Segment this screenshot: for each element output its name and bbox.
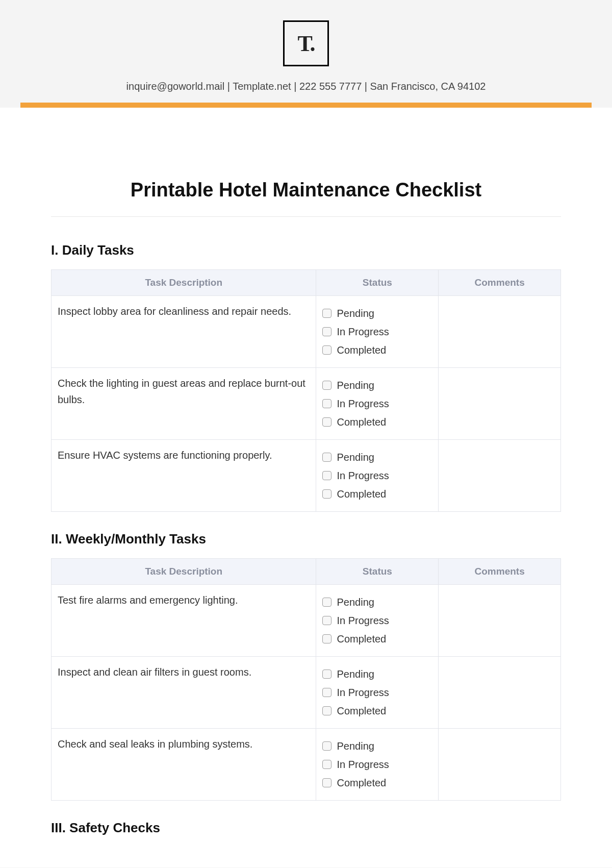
status-label: Completed [337,631,386,647]
column-header-status: Status [316,559,439,585]
checkbox-icon[interactable] [322,778,332,787]
status-label: Pending [337,738,374,754]
section-heading: I. Daily Tasks [51,242,561,258]
task-status-cell: PendingIn ProgressCompleted [316,585,439,657]
status-label: In Progress [337,756,389,773]
task-status-cell: PendingIn ProgressCompleted [316,440,439,512]
checkbox-icon[interactable] [322,309,332,318]
column-header-description: Task Description [52,559,316,585]
task-comments[interactable] [439,657,561,729]
checkbox-icon[interactable] [322,706,332,715]
document-title: Printable Hotel Maintenance Checklist [51,179,561,201]
status-label: In Progress [337,612,389,629]
status-option: Pending [322,449,432,465]
task-comments[interactable] [439,368,561,440]
section-heading: III. Safety Checks [51,820,561,836]
checkbox-icon[interactable] [322,688,332,697]
logo-container: T. [20,20,592,66]
task-comments[interactable] [439,729,561,801]
checkbox-icon[interactable] [322,471,332,480]
status-label: Pending [337,666,374,682]
status-option: Pending [322,666,432,682]
checkbox-icon[interactable] [322,616,332,625]
task-comments[interactable] [439,585,561,657]
checkbox-icon[interactable] [322,399,332,408]
status-option: In Progress [322,324,432,340]
checkbox-icon[interactable] [322,381,332,390]
table-row: Check and seal leaks in plumbing systems… [52,729,561,801]
status-option: In Progress [322,395,432,412]
checkbox-icon[interactable] [322,417,332,427]
status-option: Completed [322,342,432,358]
table-row: Inspect and clean air filters in guest r… [52,657,561,729]
status-option: Completed [322,486,432,502]
status-option: Pending [322,594,432,610]
checkbox-icon[interactable] [322,598,332,607]
column-header-comments: Comments [439,559,561,585]
status-label: In Progress [337,324,389,340]
checkbox-icon[interactable] [322,741,332,751]
checkbox-icon[interactable] [322,327,332,336]
status-option: Completed [322,631,432,647]
status-option: In Progress [322,467,432,484]
task-comments[interactable] [439,296,561,368]
status-option: Completed [322,414,432,430]
checkbox-icon[interactable] [322,453,332,462]
task-status-cell: PendingIn ProgressCompleted [316,729,439,801]
table-row: Check the lighting in guest areas and re… [52,368,561,440]
status-option: In Progress [322,756,432,773]
status-option: Pending [322,377,432,393]
status-option: Pending [322,305,432,321]
status-label: Pending [337,377,374,393]
checkbox-icon[interactable] [322,669,332,679]
checkbox-icon[interactable] [322,489,332,499]
contact-info: inquire@goworld.mail | Template.net | 22… [20,81,592,92]
status-label: Completed [337,703,386,719]
table-row: Ensure HVAC systems are functioning prop… [52,440,561,512]
task-description: Inspect lobby area for cleanliness and r… [52,296,316,368]
status-option: Pending [322,738,432,754]
title-divider [51,216,561,217]
column-header-comments: Comments [439,270,561,296]
status-label: Completed [337,414,386,430]
status-option: In Progress [322,612,432,629]
task-table: Task DescriptionStatusCommentsTest fire … [51,558,561,801]
page-header: T. inquire@goworld.mail | Template.net |… [0,0,612,108]
status-label: Pending [337,305,374,321]
status-label: Completed [337,486,386,502]
status-label: Completed [337,342,386,358]
table-row: Inspect lobby area for cleanliness and r… [52,296,561,368]
column-header-description: Task Description [52,270,316,296]
task-status-cell: PendingIn ProgressCompleted [316,368,439,440]
task-description: Inspect and clean air filters in guest r… [52,657,316,729]
task-table: Task DescriptionStatusCommentsInspect lo… [51,269,561,512]
status-label: In Progress [337,395,389,412]
checkbox-icon[interactable] [322,634,332,643]
task-description: Test fire alarms and emergency lighting. [52,585,316,657]
task-description: Check the lighting in guest areas and re… [52,368,316,440]
status-label: Pending [337,449,374,465]
task-status-cell: PendingIn ProgressCompleted [316,657,439,729]
section-heading: II. Weekly/Monthly Tasks [51,531,561,547]
status-label: In Progress [337,467,389,484]
table-row: Test fire alarms and emergency lighting.… [52,585,561,657]
status-label: Completed [337,775,386,791]
document-page: Printable Hotel Maintenance Checklist I.… [0,108,612,867]
column-header-status: Status [316,270,439,296]
task-comments[interactable] [439,440,561,512]
header-accent-bar [20,103,592,108]
status-label: Pending [337,594,374,610]
task-status-cell: PendingIn ProgressCompleted [316,296,439,368]
task-description: Check and seal leaks in plumbing systems… [52,729,316,801]
status-label: In Progress [337,684,389,701]
checkbox-icon[interactable] [322,760,332,769]
logo-icon: T. [283,20,329,66]
status-option: Completed [322,775,432,791]
task-description: Ensure HVAC systems are functioning prop… [52,440,316,512]
checkbox-icon[interactable] [322,345,332,355]
status-option: Completed [322,703,432,719]
status-option: In Progress [322,684,432,701]
